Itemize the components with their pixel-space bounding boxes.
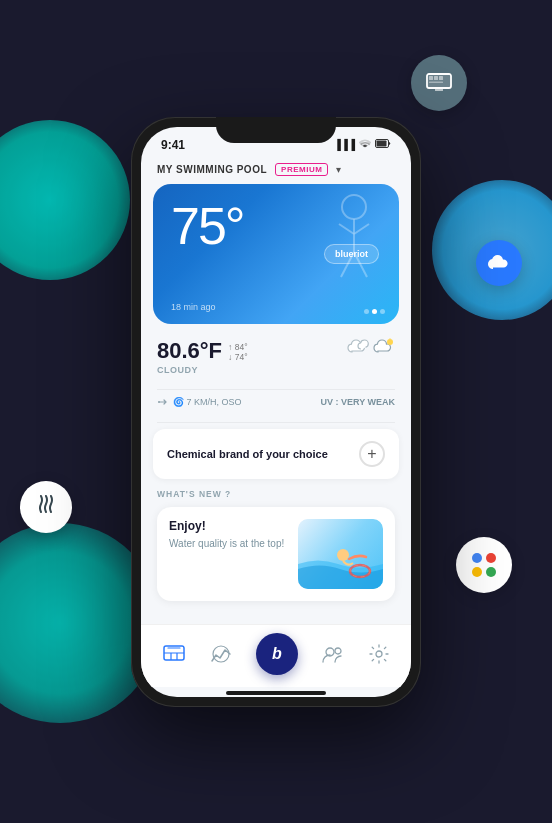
status-time: 9:41	[161, 138, 185, 152]
phone-notch	[216, 117, 336, 143]
divider-2	[157, 422, 395, 423]
weather-wind: 🌀 7 KM/H, OSO	[157, 396, 242, 408]
svg-point-17	[158, 401, 160, 403]
weather-temperature: 80.6°F	[157, 338, 222, 364]
signal-icon: ▐▐▐	[334, 139, 355, 150]
pool-name-label: MY SWIMMING POOL	[157, 164, 267, 175]
plus-icon: +	[367, 445, 376, 463]
google-dot-red	[486, 553, 496, 563]
news-body: Water quality is at the top!	[169, 537, 288, 551]
weather-description: CLOUDY	[157, 365, 395, 375]
bottom-nav: b	[141, 624, 411, 687]
weather-section: 80.6°F ↑ 84° ↓ 74° CLOUDY	[141, 334, 411, 383]
nav-item-social[interactable]	[322, 645, 344, 663]
nav-item-home[interactable]: b	[256, 633, 298, 675]
chemical-brand-label: Chemical brand of your choice	[167, 448, 328, 460]
add-chemical-button[interactable]: +	[359, 441, 385, 467]
settings-nav-icon	[369, 644, 389, 664]
home-b-label: b	[272, 645, 282, 663]
home-center-button[interactable]: b	[256, 633, 298, 675]
phone-screen: 9:41 ▐▐▐ MY SWIMMING POOL PREMIUM ▾	[141, 127, 411, 697]
svg-line-12	[354, 224, 369, 234]
google-dot-green	[486, 567, 496, 577]
whats-new-section: WHAT'S NEW ? Enjoy! Water quality is at …	[141, 489, 411, 624]
status-icons: ▐▐▐	[334, 139, 391, 150]
weather-details-row: 🌀 7 KM/H, OSO UV : VERY WEAK	[141, 396, 411, 408]
svg-rect-4	[439, 76, 443, 80]
device-float-icon	[411, 55, 467, 111]
svg-rect-5	[429, 82, 443, 84]
weather-condition-icons	[347, 338, 395, 354]
hero-dot-2	[372, 309, 377, 314]
google-dot-yellow	[472, 567, 482, 577]
weather-range: ↑ 84° ↓ 74°	[228, 342, 247, 362]
svg-point-26	[376, 651, 382, 657]
svg-line-13	[341, 252, 354, 277]
premium-badge: PREMIUM	[275, 163, 328, 176]
analytics-nav-icon	[210, 645, 232, 663]
news-illustration	[298, 519, 383, 589]
svg-rect-2	[429, 76, 433, 80]
svg-line-11	[339, 224, 354, 234]
chevron-down-icon[interactable]: ▾	[336, 164, 341, 175]
whats-new-label: WHAT'S NEW ?	[157, 489, 395, 499]
weather-low: ↓ 74°	[228, 352, 247, 362]
news-text: Enjoy! Water quality is at the top!	[169, 519, 288, 589]
google-float-icon	[456, 537, 512, 593]
svg-rect-6	[435, 88, 443, 91]
battery-icon	[375, 139, 391, 150]
hero-dot-1	[364, 309, 369, 314]
hero-time-ago: 18 min ago	[171, 302, 216, 312]
hero-dot-3	[380, 309, 385, 314]
wifi-icon	[359, 139, 371, 150]
weather-row: 80.6°F ↑ 84° ↓ 74°	[157, 338, 395, 364]
weather-wind-text: 🌀 7 KM/H, OSO	[173, 397, 242, 407]
svg-point-23	[213, 646, 229, 662]
svg-line-14	[354, 252, 367, 277]
svg-point-19	[337, 549, 349, 561]
svg-point-15	[387, 339, 393, 345]
nav-item-pool[interactable]	[163, 645, 185, 663]
news-title: Enjoy!	[169, 519, 288, 533]
bg-blob-teal-top	[0, 120, 130, 280]
hero-pagination-dots	[364, 309, 385, 314]
phone-frame: 9:41 ▐▐▐ MY SWIMMING POOL PREMIUM ▾	[131, 117, 421, 707]
svg-point-25	[335, 648, 341, 654]
news-card[interactable]: Enjoy! Water quality is at the top!	[157, 507, 395, 601]
nav-item-settings[interactable]	[369, 644, 389, 664]
weather-uv: UV : VERY WEAK	[320, 397, 395, 407]
nav-item-analytics[interactable]	[210, 645, 232, 663]
cloud-float-icon	[476, 240, 522, 286]
svg-rect-8	[377, 141, 387, 147]
pool-figure-illustration	[319, 192, 389, 302]
google-dot-blue	[472, 553, 482, 563]
svg-point-9	[342, 195, 366, 219]
home-indicator	[226, 691, 326, 695]
app-header: MY SWIMMING POOL PREMIUM ▾	[141, 159, 411, 184]
phone-wrapper: 9:41 ▐▐▐ MY SWIMMING POOL PREMIUM ▾	[131, 117, 421, 707]
social-nav-icon	[322, 645, 344, 663]
weather-temp-group: 80.6°F ↑ 84° ↓ 74°	[157, 338, 248, 364]
hero-card: 75° blueriot 18 min ago	[153, 184, 399, 324]
steam-float-icon	[20, 481, 72, 533]
pool-nav-icon	[163, 645, 185, 663]
divider-1	[157, 389, 395, 390]
svg-rect-3	[434, 76, 438, 80]
weather-high: ↑ 84°	[228, 342, 247, 352]
chemical-brand-row[interactable]: Chemical brand of your choice +	[153, 429, 399, 479]
